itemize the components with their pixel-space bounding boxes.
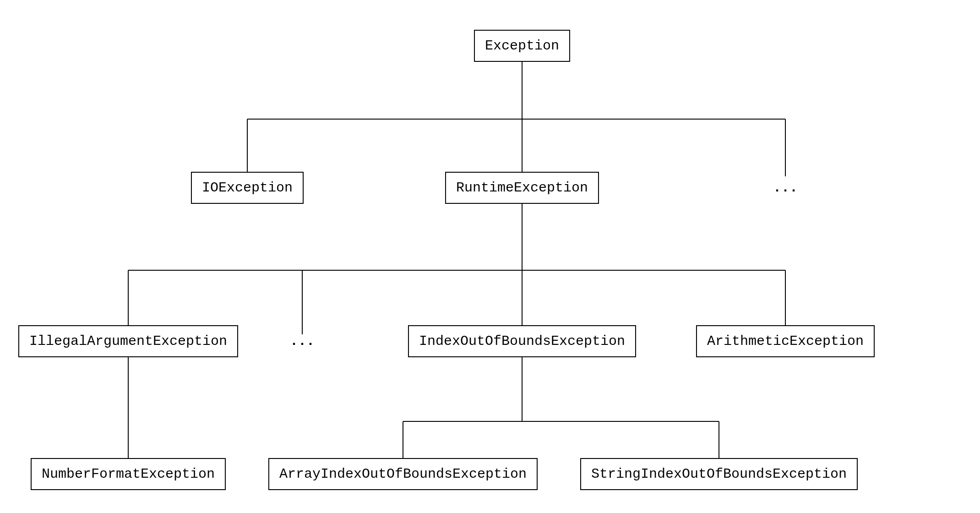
node-ioexception: IOException: [191, 172, 304, 204]
node-arrayindexoutofboundsexception: ArrayIndexOutOfBoundsException: [268, 458, 538, 490]
connector-lines: [0, 0, 980, 513]
ellipsis-mid: ...: [290, 334, 315, 348]
node-runtimeexception: RuntimeException: [445, 172, 599, 204]
node-stringindexoutofboundsexception: StringIndexOutOfBoundsException: [580, 458, 858, 490]
exception-hierarchy-diagram: Exception IOException RuntimeException .…: [0, 0, 980, 513]
ellipsis-top: ...: [773, 181, 798, 195]
node-illegalargumentexception: IllegalArgumentException: [18, 325, 238, 357]
node-numberformatexception: NumberFormatException: [31, 458, 226, 490]
node-arithmeticexception: ArithmeticException: [696, 325, 875, 357]
node-indexoutofboundsexception: IndexOutOfBoundsException: [408, 325, 636, 357]
node-exception: Exception: [474, 30, 570, 62]
